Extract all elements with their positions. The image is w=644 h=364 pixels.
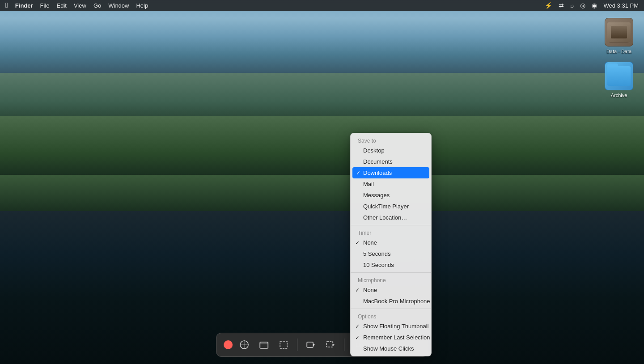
menu-item-desktop[interactable]: Desktop (351, 145, 431, 156)
capture-full-screen-button[interactable] (236, 337, 252, 353)
apple-menu[interactable]:  (5, 1, 8, 9)
remember-selection-label: Remember Last Selection (363, 334, 430, 341)
menu-item-mail[interactable]: Mail (351, 178, 431, 190)
menu-item-timer-none[interactable]: ✓ None (351, 237, 431, 248)
svg-marker-9 (333, 343, 335, 346)
screentime-icon[interactable]: ◎ (580, 2, 585, 9)
user-icon[interactable]: ◉ (592, 2, 597, 9)
timer-10s-label: 10 Seconds (363, 262, 394, 268)
mic-none-checkmark: ✓ (355, 287, 360, 293)
svg-marker-7 (313, 343, 315, 346)
edit-menu[interactable]: Edit (57, 2, 67, 9)
menu-item-quicktime[interactable]: QuickTime Player (351, 201, 431, 212)
help-menu[interactable]: Help (136, 2, 148, 9)
archive-folder-icon[interactable]: Archive (601, 62, 637, 98)
datetime: Wed 3:31 PM (603, 2, 639, 9)
file-menu[interactable]: File (40, 2, 50, 9)
options-dropdown-menu: Save to Desktop Documents ✓ Downloads Ma… (350, 133, 432, 356)
save-to-label: Save to (351, 135, 431, 145)
svg-rect-8 (326, 342, 333, 347)
other-location-label: Other Location… (363, 214, 407, 221)
record-screen-button[interactable] (303, 337, 319, 353)
menu-item-floating-thumbnail[interactable]: ✓ Show Floating Thumbnail (351, 321, 431, 332)
menu-item-remember-selection[interactable]: ✓ Remember Last Selection (351, 332, 431, 343)
capture-window-button[interactable] (256, 337, 272, 353)
toolbar-separator-2 (344, 339, 344, 351)
capture-portion-button[interactable] (275, 337, 292, 353)
desktop-landscape (0, 0, 644, 364)
bluetooth-icon[interactable]: ⚡ (545, 2, 552, 9)
hdd-body (607, 22, 631, 42)
quicktime-label: QuickTime Player (363, 203, 409, 210)
window-menu[interactable]: Window (108, 2, 129, 9)
menu-item-timer-5s[interactable]: 5 Seconds (351, 248, 431, 259)
timer-label: Timer (351, 227, 431, 237)
desktop-icons-area: Data - Data Archive (601, 18, 637, 99)
go-menu[interactable]: Go (93, 2, 101, 9)
folder-icon-image (605, 62, 633, 90)
microphone-label: Microphone (351, 275, 431, 284)
divider-2 (351, 272, 431, 273)
downloads-label: Downloads (363, 169, 392, 176)
folder-shape (607, 66, 631, 86)
downloads-checkmark: ✓ (356, 170, 360, 176)
record-portion-button[interactable] (322, 337, 339, 353)
menu-item-timer-10s[interactable]: 10 Seconds (351, 259, 431, 271)
documents-label: Documents (363, 158, 393, 165)
menu-item-macbook-mic[interactable]: MacBook Pro Microphone (351, 296, 431, 307)
menu-item-mic-none[interactable]: ✓ None (351, 284, 431, 296)
timer-none-label: None (363, 239, 377, 246)
search-icon[interactable]: ⌕ (570, 2, 574, 9)
hdd-icon-image (605, 18, 633, 47)
mail-label: Mail (363, 181, 374, 187)
menu-item-documents[interactable]: Documents (351, 156, 431, 167)
mic-none-label: None (363, 287, 377, 293)
svg-rect-5 (280, 341, 287, 348)
archive-label: Archive (611, 92, 627, 98)
divider-3 (351, 309, 431, 309)
toolbar-close-button[interactable] (224, 340, 233, 349)
messages-label: Messages (363, 192, 390, 199)
hdd-icon[interactable]: Data - Data (601, 18, 637, 55)
toolbar-separator-1 (297, 339, 297, 351)
desktop-label: Desktop (363, 147, 385, 154)
floating-thumbnail-label: Show Floating Thumbnail (363, 323, 428, 330)
divider-1 (351, 225, 431, 225)
floating-thumbnail-checkmark: ✓ (355, 323, 360, 330)
timer-none-checkmark: ✓ (355, 240, 360, 246)
hdd-label: Data - Data (606, 48, 631, 55)
view-menu[interactable]: View (74, 2, 86, 9)
menu-item-show-mouse-clicks[interactable]: Show Mouse Clicks (351, 343, 431, 354)
show-mouse-clicks-label: Show Mouse Clicks (363, 345, 414, 352)
menu-item-downloads[interactable]: ✓ Downloads (352, 167, 429, 178)
menu-item-other-location[interactable]: Other Location… (351, 212, 431, 223)
svg-rect-3 (260, 342, 268, 348)
menu-item-messages[interactable]: Messages (351, 190, 431, 201)
options-label: Options (351, 311, 431, 321)
timer-5s-label: 5 Seconds (363, 250, 390, 257)
finder-menu[interactable]: Finder (15, 2, 33, 9)
airplay-icon[interactable]: ⇄ (559, 2, 564, 9)
svg-rect-6 (307, 342, 313, 347)
macbook-mic-label: MacBook Pro Microphone (363, 298, 430, 305)
menubar:  Finder File Edit View Go Window Help ⚡… (0, 0, 644, 11)
remember-selection-checkmark: ✓ (355, 334, 360, 341)
